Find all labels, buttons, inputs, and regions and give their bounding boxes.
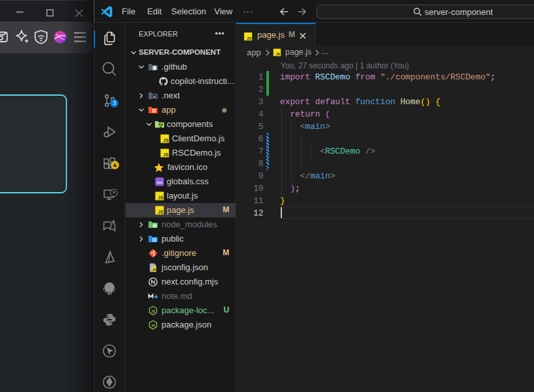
svg-text:JS: JS (163, 152, 169, 157)
svg-text:JS: JS (275, 52, 280, 56)
svg-text:JS: JS (163, 138, 169, 143)
svg-text:JS: JS (247, 36, 251, 40)
svg-text:JS: JS (151, 324, 156, 328)
svg-text:css: css (156, 180, 162, 184)
svg-text:JS: JS (158, 195, 164, 200)
svg-text:JS: JS (151, 309, 156, 313)
svg-text:JS: JS (152, 268, 156, 272)
svg-text:N: N (153, 95, 156, 99)
svg-text:JS: JS (158, 210, 164, 214)
